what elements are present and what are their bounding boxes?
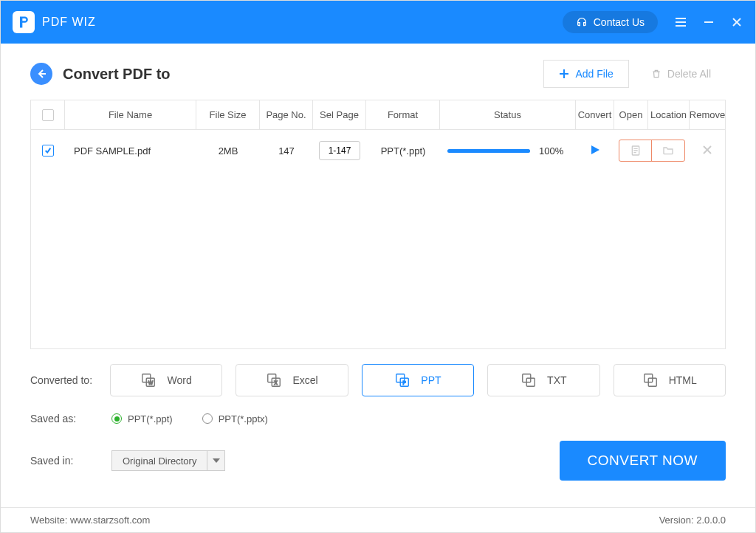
svg-text:X: X [275,380,278,385]
ppt-icon: P [394,372,410,388]
html-icon [642,372,659,388]
progress-percent: 100% [539,145,568,157]
plus-icon [559,69,569,79]
col-convert: Convert [576,100,614,129]
cell-pageno: 147 [260,130,313,171]
saved-in-dropdown[interactable]: Original Directory [111,450,225,471]
svg-text:W: W [148,380,154,385]
saved-in-label: Saved in: [30,455,98,467]
convert-row-button[interactable] [589,144,601,158]
contact-us-button[interactable]: Contact Us [563,11,658,33]
svg-text:P: P [403,380,406,385]
saved-in-row: Saved in: Original Directory CONVERT NOW [30,441,726,481]
saved-as-row: Saved as: PPT(*.ppt) PPT(*.pptx) [30,413,726,424]
convert-now-button[interactable]: CONVERT NOW [560,441,726,481]
play-icon [589,144,601,156]
delete-all-button[interactable]: Delete All [636,61,726,87]
col-filename: File Name [65,100,196,129]
remove-row-button[interactable] [702,145,712,157]
back-button[interactable] [30,63,52,85]
progress-bar [447,149,530,153]
cell-format: PPT(*.ppt) [366,130,440,171]
close-icon [732,17,742,27]
x-icon [702,145,712,155]
cell-filename: PDF SAMPLE.pdf [65,130,196,171]
format-word-button[interactable]: W Word [110,364,222,396]
footer: Website: www.starzsoft.com Version: 2.0.… [1,507,755,532]
page-header: Convert PDF to Add File Delete All [1,44,755,100]
file-table: File Name File Size Page No. Sel Page Fo… [30,100,726,349]
add-file-button[interactable]: Add File [543,60,628,88]
format-txt-button[interactable]: TXT [487,364,599,396]
format-html-button[interactable]: HTML [614,364,726,396]
col-filesize: File Size [196,100,260,129]
radio-dot-icon [111,413,122,424]
cell-filesize: 2MB [196,130,260,171]
table-header: File Name File Size Page No. Sel Page Fo… [31,100,725,130]
col-open: Open [614,100,648,129]
sel-page-input[interactable] [319,141,360,160]
open-file-button[interactable] [619,140,652,161]
version-value: 2.0.0.0 [696,515,726,526]
select-all-checkbox[interactable] [42,109,54,121]
menu-icon [675,17,687,27]
saved-as-pptx-radio[interactable]: PPT(*.pptx) [202,413,268,424]
version-label: Version: [659,515,694,526]
format-ppt-button[interactable]: P PPT [362,364,474,396]
chevron-down-icon [207,451,224,470]
converted-to-label: Converted to: [30,374,97,386]
page-title: Convert PDF to [63,66,171,83]
txt-icon [520,372,537,388]
excel-icon: X [266,372,282,388]
format-row: Converted to: W Word X Excel P PPT TXT H… [30,364,726,396]
open-location-button[interactable] [652,140,684,161]
row-checkbox[interactable] [42,145,54,157]
col-location: Location [648,100,690,129]
saved-as-ppt-radio[interactable]: PPT(*.ppt) [111,413,173,424]
table-row: PDF SAMPLE.pdf 2MB 147 PPT(*.ppt) 100% [31,130,725,171]
col-remove: Remove [690,100,725,129]
open-location-group [619,140,685,162]
website-link[interactable]: www.starzsoft.com [70,515,150,526]
saved-as-label: Saved as: [30,413,98,424]
website-label: Website: [30,515,67,526]
folder-icon [662,145,674,157]
titlebar: PDF WIZ Contact Us [1,1,755,44]
col-pageno: Page No. [260,100,313,129]
check-icon [44,147,52,154]
minimize-button[interactable] [702,16,715,29]
minimize-icon [704,17,714,27]
app-logo [13,11,35,33]
col-status: Status [440,100,576,129]
app-title: PDF WIZ [42,16,96,29]
col-format: Format [366,100,440,129]
trash-icon [651,69,662,79]
headset-icon [576,16,588,28]
close-button[interactable] [730,16,743,29]
word-icon: W [140,372,157,388]
col-selpage: Sel Page [313,100,366,129]
document-icon [630,145,642,157]
menu-button[interactable] [674,16,687,29]
radio-dot-icon [202,413,213,424]
arrow-left-icon [36,69,47,79]
format-excel-button[interactable]: X Excel [236,364,348,396]
